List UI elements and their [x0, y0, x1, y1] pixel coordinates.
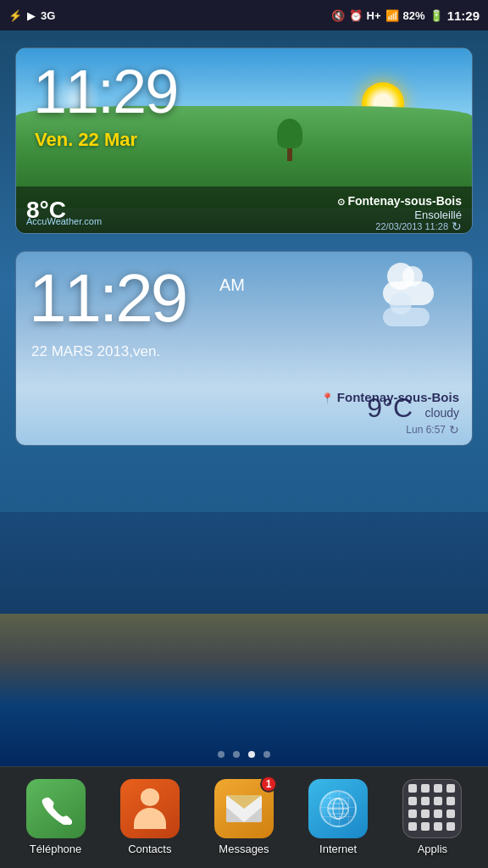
cloud-shape-2: [374, 297, 438, 326]
phone-label: Téléphone: [30, 843, 81, 855]
status-bar: ⚡ ▶ 3G 🔇 ⏰ H+ 📶 82% 🔋 11:29: [0, 0, 488, 31]
location-pin: 📍: [321, 392, 334, 404]
contacts-app-icon[interactable]: [120, 779, 180, 838]
contact-head: [141, 788, 159, 806]
accu-location: ⊙ Fontenay-sous-Bois: [337, 194, 462, 208]
accu-bottom-bar: 8°C AccuWeather.com ⊙ Fontenay-sous-Bois…: [16, 186, 472, 233]
network-type: 3G: [41, 9, 55, 22]
contact-person-icon: [134, 788, 166, 829]
accu-time-display: 11:29: [33, 61, 177, 122]
accu-date-display: Ven. 22 Mar: [35, 129, 137, 151]
apps-dot: [421, 797, 430, 805]
dock-item-phone[interactable]: Téléphone: [18, 779, 94, 855]
clock-bg: 11:29 AM 22 MARS 2013,ven. 9°C 📍 Fontena…: [16, 252, 472, 445]
envelope-icon: [226, 795, 262, 822]
usb-icon: ⚡: [8, 9, 22, 22]
apps-dot: [446, 797, 455, 805]
apps-dot: [408, 784, 417, 793]
apps-dot: [408, 797, 417, 805]
page-indicators: [0, 751, 488, 758]
contacts-label: Contacts: [128, 843, 171, 855]
accu-bg: 11:29 Ven. 22 Mar 8°C AccuWeather.com ⊙ …: [16, 48, 472, 233]
apps-dot: [434, 784, 442, 793]
phone-svg: [40, 793, 72, 825]
contact-body: [134, 808, 166, 829]
clock-time-display: 11:29: [29, 264, 186, 332]
internet-label: Internet: [319, 843, 357, 855]
apps-dot: [434, 822, 442, 831]
apps-dot: [434, 810, 442, 818]
apps-dot: [421, 784, 430, 793]
messages-app-icon[interactable]: 1: [214, 779, 274, 838]
apps-dot: [421, 810, 430, 818]
dock: Téléphone Contacts 1 Messages: [0, 766, 488, 868]
page-dot-1[interactable]: [218, 751, 225, 758]
apps-dot: [446, 822, 455, 831]
dock-item-apps[interactable]: Applis: [394, 779, 470, 855]
weather-cloud-icon: [370, 267, 446, 318]
signal-icon: 📶: [385, 9, 399, 22]
accu-updated: 22/03/2013 11:28 ↻: [375, 220, 462, 233]
message-badge: 1: [260, 776, 277, 793]
page-dot-2[interactable]: [233, 751, 240, 758]
clock-location: 📍 Fontenay-sous-Bois: [321, 390, 459, 404]
status-left: ⚡ ▶ 3G: [8, 9, 55, 22]
messages-label: Messages: [219, 843, 269, 855]
apps-dot: [446, 784, 455, 793]
reflection-lights: [0, 614, 488, 766]
apps-app-icon[interactable]: [402, 779, 462, 838]
clock-refresh-icon[interactable]: ↻: [449, 423, 459, 437]
apps-dot: [421, 822, 430, 831]
apps-dot: [408, 810, 417, 818]
apps-label: Applis: [418, 843, 447, 855]
tree-top: [277, 119, 302, 148]
mute-icon: 🔇: [331, 9, 345, 22]
apps-dot: [434, 797, 442, 805]
network-h: H+: [367, 9, 381, 22]
globe-grid: [321, 792, 355, 826]
clock-weather-widget[interactable]: 11:29 AM 22 MARS 2013,ven. 9°C 📍 Fontena…: [15, 251, 473, 446]
clock-condition: cloudy: [425, 406, 459, 420]
page-dot-4[interactable]: [263, 751, 270, 758]
dock-item-messages[interactable]: 1 Messages: [206, 779, 282, 855]
refresh-icon[interactable]: ↻: [452, 220, 462, 233]
battery-percent: 82%: [403, 9, 425, 22]
phone-app-icon[interactable]: [26, 779, 86, 838]
apps-dot: [408, 822, 417, 831]
play-icon: ▶: [27, 9, 36, 22]
apps-grid-icon: [408, 784, 457, 832]
status-right: 🔇 ⏰ H+ 📶 82% 🔋 11:29: [331, 8, 480, 23]
cloud2-main: [383, 308, 430, 326]
dock-item-contacts[interactable]: Contacts: [112, 779, 188, 855]
envelope-bottom: [226, 807, 262, 822]
alarm-icon: ⏰: [349, 9, 363, 22]
accu-weather-widget[interactable]: 11:29 Ven. 22 Mar 8°C AccuWeather.com ⊙ …: [15, 47, 473, 234]
accu-tree: [277, 119, 302, 161]
internet-app-icon[interactable]: [308, 779, 368, 838]
globe-icon: [319, 790, 357, 827]
clock-ampm: AM: [219, 275, 245, 295]
status-time: 11:29: [447, 8, 480, 23]
apps-dot: [446, 810, 455, 818]
clock-date-display: 22 MARS 2013,ven.: [31, 343, 160, 360]
dock-item-internet[interactable]: Internet: [300, 779, 376, 855]
accu-loc-icon: ⊙: [337, 197, 345, 207]
wallpaper: 11:29 Ven. 22 Mar 8°C AccuWeather.com ⊙ …: [0, 31, 488, 868]
clock-updated: Lun 6:57 ↻: [406, 423, 459, 437]
page-dot-3-active[interactable]: [248, 751, 255, 758]
accu-logo: AccuWeather.com: [26, 216, 102, 226]
battery-icon: 🔋: [430, 9, 443, 22]
